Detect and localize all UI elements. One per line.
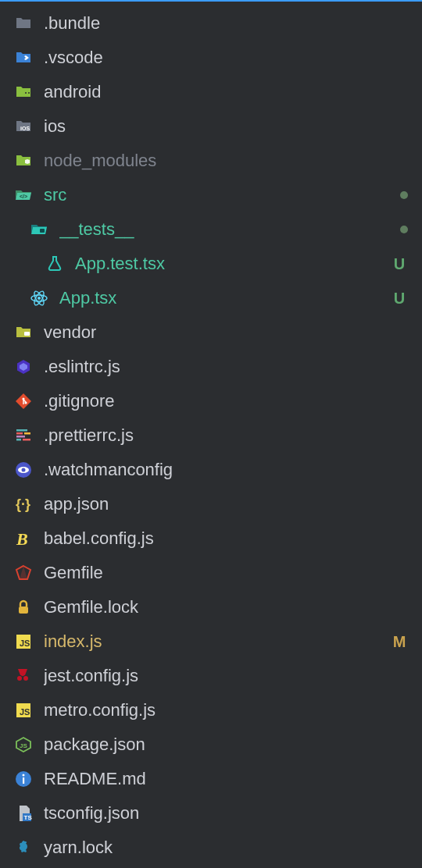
file-tree-item-label: src [44, 185, 400, 205]
svg-rect-9 [24, 332, 30, 336]
svg-rect-15 [16, 432, 23, 435]
file-tree-item[interactable]: .bundle [0, 6, 422, 41]
file-tree-item[interactable]: Bbabel.config.js [0, 521, 422, 556]
file-tree-item[interactable]: android [0, 75, 422, 109]
file-tree-item-label: Gemfile [44, 563, 408, 583]
file-tree-item-label: .eslintrc.js [44, 357, 408, 377]
file-tree-item[interactable]: Gemfile [0, 556, 422, 590]
file-tree-item[interactable]: iOSios [0, 109, 422, 144]
vcs-status-badge: U [391, 255, 408, 273]
file-tree-item[interactable]: </>src [0, 178, 422, 212]
svg-point-30 [17, 676, 22, 681]
file-tree-item-label: App.tsx [59, 288, 391, 308]
folder-tests-open-icon [30, 220, 48, 239]
file-tree-item-label: .watchmanconfig [44, 460, 408, 480]
file-tree-item[interactable]: Gemfile.lock [0, 590, 422, 624]
svg-point-39 [23, 774, 25, 777]
watchman-icon [14, 461, 33, 479]
svg-rect-27 [19, 607, 28, 614]
file-tree-item-label: package.json [44, 735, 408, 755]
svg-point-31 [23, 676, 28, 681]
file-tree-item-label: .vscode [44, 48, 408, 68]
svg-rect-16 [24, 432, 30, 435]
svg-point-1 [28, 92, 30, 94]
svg-point-32 [21, 673, 24, 676]
svg-rect-4 [40, 229, 45, 233]
vcs-status-badge: M [391, 633, 408, 651]
file-tree-item-label: .prettierrc.js [44, 425, 408, 446]
file-tree-item-label: node_modules [44, 151, 408, 171]
svg-text:</>: </> [20, 194, 27, 199]
tsconfig-icon: TS [14, 804, 33, 823]
file-tree-item[interactable]: node_modules [0, 144, 422, 178]
file-tree-item[interactable]: JSmetro.config.js [0, 693, 422, 727]
file-tree-item[interactable]: .vscode [0, 41, 422, 75]
ruby-icon [14, 564, 33, 582]
file-tree-item[interactable]: {·}app.json [0, 487, 422, 521]
file-tree-item[interactable]: .prettierrc.js [0, 418, 422, 453]
folder-src-open-icon: </> [14, 186, 33, 205]
folder-vscode-icon [14, 48, 33, 67]
file-tree-item-label: README.md [44, 769, 408, 789]
svg-text:iOS: iOS [20, 126, 30, 131]
svg-rect-19 [23, 439, 30, 441]
json-braces-icon: {·} [14, 495, 33, 514]
file-tree-item-label: vendor [44, 322, 408, 343]
file-tree-item-label: .gitignore [44, 391, 408, 411]
js-icon: JS [14, 701, 33, 720]
file-tree-item[interactable]: jest.config.js [0, 659, 422, 693]
file-tree-item-label: yarn.lock [44, 838, 408, 858]
file-tree-item[interactable]: README.md [0, 762, 422, 796]
jest-icon [14, 667, 33, 685]
lock-icon [14, 598, 33, 617]
file-tree-item-label: app.json [44, 494, 408, 514]
svg-text:JS: JS [20, 742, 27, 749]
vcs-dot-icon [400, 226, 408, 233]
file-tree-item[interactable]: .watchmanconfig [0, 453, 422, 487]
file-tree-item[interactable]: App.tsxU [0, 281, 422, 315]
file-tree-item[interactable]: JSindex.jsM [0, 624, 422, 659]
eslint-icon [14, 358, 33, 376]
file-tree-item[interactable]: __tests__ [0, 212, 422, 247]
svg-text:JS: JS [20, 639, 30, 648]
react-icon [30, 289, 48, 308]
file-tree-item-label: babel.config.js [44, 528, 408, 549]
svg-point-0 [25, 92, 27, 94]
svg-point-5 [38, 297, 41, 300]
file-tree-item[interactable]: JSpackage.json [0, 727, 422, 762]
folder-ios-icon: iOS [14, 117, 33, 136]
js-icon: JS [14, 632, 33, 651]
file-tree-item-label: metro.config.js [44, 700, 408, 720]
yarn-icon [14, 838, 33, 857]
npm-icon: JS [14, 735, 33, 754]
file-tree-item-label: Gemfile.lock [44, 597, 408, 617]
file-tree-item[interactable]: App.test.tsxU [0, 247, 422, 281]
info-icon [14, 770, 33, 788]
file-tree-item-label: jest.config.js [44, 666, 408, 686]
folder-icon [14, 14, 33, 33]
flask-icon [45, 254, 64, 273]
prettier-icon [14, 426, 33, 445]
svg-rect-14 [16, 429, 27, 432]
folder-android-icon [14, 83, 33, 101]
file-explorer: .bundle.vscodeandroidiOSiosnode_modules<… [0, 0, 422, 868]
svg-text:{·}: {·} [16, 496, 30, 512]
svg-text:TS: TS [24, 814, 33, 821]
file-tree-item-label: tsconfig.json [44, 803, 408, 824]
git-icon [14, 392, 33, 411]
file-tree-item[interactable]: .eslintrc.js [0, 350, 422, 384]
svg-rect-17 [16, 436, 25, 438]
vcs-status-badge: U [391, 290, 408, 308]
file-tree-item-label: android [44, 82, 408, 102]
file-tree-item-label: ios [44, 116, 408, 137]
file-tree-item-label: index.js [44, 631, 391, 652]
svg-rect-38 [23, 777, 24, 784]
file-tree-item[interactable]: TStsconfig.json [0, 796, 422, 831]
file-tree-item[interactable]: yarn.lock [0, 831, 422, 865]
file-tree-item[interactable]: .gitignore [0, 384, 422, 418]
file-tree-item[interactable]: vendor [0, 315, 422, 350]
file-tree-item-label: __tests__ [59, 219, 400, 240]
folder-node-icon [14, 151, 33, 170]
svg-rect-18 [16, 439, 21, 441]
svg-text:B: B [16, 529, 28, 548]
